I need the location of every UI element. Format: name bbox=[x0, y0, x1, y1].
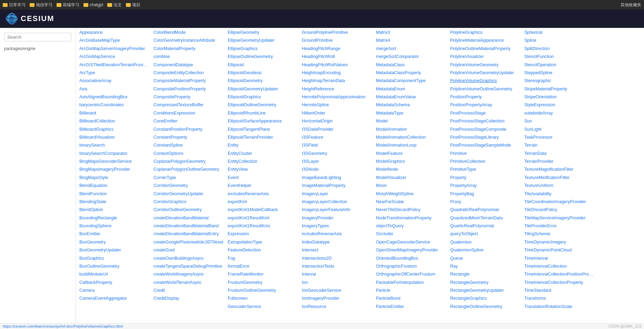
api-link-polylineoutlinematerialproperty[interactable]: PolylineOutlineMaterialProperty bbox=[449, 45, 521, 53]
status-url[interactable]: https://cesium.com/learn/cesiumjs/ref-do… bbox=[3, 324, 123, 328]
api-link-nevertilediscardpolicy[interactable]: NeverTileDiscardPolicy bbox=[375, 206, 447, 214]
search-input[interactable] bbox=[4, 33, 71, 41]
api-link-ellipseoutlinegeometry[interactable]: EllipseOutlineGeometry bbox=[227, 53, 298, 61]
api-link-i3snode[interactable]: I3SNode bbox=[301, 166, 373, 173]
api-link-querytoobject[interactable]: queryToObject bbox=[449, 230, 521, 238]
api-link-ellipsoidsurfaceappearance[interactable]: EllipsoidSurfaceAppearance bbox=[227, 117, 298, 125]
api-link-modelfeature[interactable]: ModelFeature bbox=[375, 150, 447, 158]
api-link-positionproperty[interactable]: PositionProperty bbox=[449, 93, 521, 101]
api-link-interval[interactable]: Interval bbox=[301, 270, 373, 278]
api-link-eventhelper[interactable]: EventHelper bbox=[227, 182, 298, 190]
taskbar-item-地信学习[interactable]: 地信学习 bbox=[30, 2, 52, 8]
api-link-spherical[interactable]: Spherical bbox=[524, 29, 595, 37]
api-link-splitdirection[interactable]: SplitDirection bbox=[524, 45, 595, 53]
api-link-compositeproperty[interactable]: CompositeProperty bbox=[153, 93, 224, 101]
api-link-ellipsoidrhumbline[interactable]: EllipsoidRhumbLine bbox=[227, 109, 298, 117]
api-link-appearance[interactable]: Appearance bbox=[79, 29, 150, 37]
api-link-excludesreverseaxis[interactable]: excludesReverseAxis bbox=[227, 190, 298, 198]
taskbar-item-前端学习[interactable]: 前端学习 bbox=[57, 2, 79, 8]
api-link-tileprovidererror[interactable]: TileProviderError bbox=[524, 222, 595, 230]
api-link-particleemitter[interactable]: ParticleEmitter bbox=[375, 303, 447, 311]
api-link-groundpolylineprimitive[interactable]: GroundPolylinePrimitive bbox=[301, 29, 373, 37]
api-link-compressedtexturebuffer[interactable]: CompressedTextureBuffer bbox=[153, 101, 224, 109]
taskbar-item-chatgpt[interactable]: chatgpt bbox=[83, 2, 103, 7]
api-link-tilecoordinatesimageryprovider[interactable]: TileCoordinatesImageryProvider bbox=[524, 198, 595, 206]
api-link-compositeentitycollection[interactable]: CompositeEntityCollection bbox=[153, 69, 224, 77]
api-link-timeintervalcollectionproperty[interactable]: TimeIntervalCollectionProperty bbox=[524, 279, 595, 287]
api-link-ellipsoidgeometry[interactable]: EllipsoidGeometry bbox=[227, 77, 298, 85]
api-link-quaternionspline[interactable]: QuaternionSpline bbox=[449, 246, 521, 254]
api-link-geocoderservice[interactable]: GeocoderService bbox=[227, 303, 298, 311]
api-link-postprocessstagesamplemode[interactable]: PostProcessStageSampleMode bbox=[449, 141, 521, 149]
api-link-postprocessstagecomposite[interactable]: PostProcessStageComposite bbox=[449, 126, 521, 133]
api-link-tileavailability[interactable]: TileAvailability bbox=[524, 190, 595, 198]
api-link-positionpropertyarray[interactable]: PositionPropertyArray bbox=[449, 101, 521, 109]
api-link-orthographicfrustum[interactable]: OrthographicFrustum bbox=[375, 262, 447, 270]
api-link-intersect[interactable]: Intersect bbox=[301, 246, 373, 254]
api-link-textureuniform[interactable]: TextureUniform bbox=[524, 182, 595, 190]
api-link-rectanglegeometryupdater[interactable]: RectangleGeometryUpdater bbox=[449, 287, 521, 295]
api-link-texturemagnificationfilter[interactable]: TextureMagnificationFilter bbox=[524, 166, 595, 173]
api-link-billboardcollection[interactable]: BillboardCollection bbox=[79, 117, 150, 125]
api-link-metadataschema[interactable]: MetadataSchema bbox=[375, 101, 447, 109]
api-link-corridorgeometry[interactable]: CorridorGeometry bbox=[153, 182, 224, 190]
api-link-primitivecollection[interactable]: PrimitiveCollection bbox=[449, 158, 521, 166]
api-link-polylinevolumegeometry[interactable]: PolylineVolumeGeometry bbox=[449, 61, 521, 69]
api-link-morphweightspline[interactable]: MorphWeightSpline bbox=[375, 190, 447, 198]
api-link-quaternion[interactable]: Quaternion bbox=[449, 238, 521, 246]
api-link-contextoptions[interactable]: ContextOptions bbox=[153, 150, 224, 158]
api-link-barycentriccoordinates[interactable]: barycentricCoordinates bbox=[79, 101, 150, 109]
api-link-credit[interactable]: Credit bbox=[153, 287, 224, 295]
api-link-boxemitter[interactable]: BoxEmitter bbox=[79, 230, 150, 238]
api-link-ellipsoidgeometryupdater[interactable]: EllipsoidGeometryUpdater bbox=[227, 85, 298, 93]
api-link-metadatacomponenttype[interactable]: MetadataComponentType bbox=[375, 77, 447, 85]
api-link-createosmbuildingsasync[interactable]: createOsmBuildingsAsync bbox=[153, 255, 224, 262]
api-link-terrain[interactable]: Terrain bbox=[524, 141, 595, 149]
api-link-exportkml1modelcallback[interactable]: exportKml1ModelCallback bbox=[227, 206, 298, 214]
api-link-modelanimation[interactable]: ModelAnimation bbox=[375, 126, 447, 133]
api-link-polylinegraphics[interactable]: PolylineGraphics bbox=[449, 29, 521, 37]
api-link-stencilfunction[interactable]: StencilFunction bbox=[524, 53, 595, 61]
api-link-buildmoduleurl[interactable]: buildModuleUrl bbox=[79, 270, 150, 278]
api-link-postprocessstagelibrary[interactable]: PostProcessStageLibrary bbox=[449, 133, 521, 141]
api-link-horizontalorigin[interactable]: HorizontalOrigin bbox=[301, 117, 373, 125]
api-link-quarticrealpolynomial[interactable]: QuarticRealPolynomial bbox=[449, 222, 521, 230]
api-link-boxgeometry[interactable]: BoxGeometry bbox=[79, 238, 150, 246]
api-link-nearfarscalar[interactable]: NearFarScalar bbox=[375, 198, 447, 206]
api-link-arcgistiledelevationterrainprovider[interactable]: ArcGISTiledElevationTerrainProvider bbox=[79, 61, 150, 69]
api-link-ellipsoid[interactable]: Ellipsoid bbox=[227, 61, 298, 69]
api-link-ionresource[interactable]: IonResource bbox=[301, 303, 373, 311]
api-link-metadatatype[interactable]: MetadataType bbox=[375, 109, 447, 117]
api-link-imagerylayer[interactable]: ImageryLayer bbox=[301, 190, 373, 198]
api-link-polylinevolumegeometryupdater[interactable]: PolylineVolumeGeometryUpdater bbox=[449, 69, 521, 77]
api-link-stripematerialproperty[interactable]: StripeMaterialProperty bbox=[524, 85, 595, 93]
api-link-bingmapsgeocoderservice[interactable]: BingMapsGeocoderService bbox=[79, 158, 150, 166]
api-link-arcgismapserverimageryprovider[interactable]: ArcGisMapServerImageryProvider bbox=[79, 45, 150, 53]
api-link-compositepositionproperty[interactable]: CompositePositionProperty bbox=[153, 85, 224, 93]
api-link-ellipsoidoutlinegeometry[interactable]: EllipsoidOutlineGeometry bbox=[227, 101, 298, 109]
api-link-imageryprovider[interactable]: ImageryProvider bbox=[301, 214, 373, 222]
api-link-imagerytypes[interactable]: ImageryTypes bbox=[301, 222, 373, 230]
api-link-ionimageryprovider[interactable]: IonImageryProvider bbox=[301, 295, 373, 302]
api-link-exportkml[interactable]: exportKml bbox=[227, 198, 298, 206]
api-link-createelevationbandmaterialband[interactable]: createElevationBandMaterialBand bbox=[153, 222, 224, 230]
api-link-rectangleoutlinegeometry[interactable]: RectangleOutlineGeometry bbox=[449, 303, 521, 311]
api-link-entityview[interactable]: EntityView bbox=[227, 166, 298, 173]
api-link-primitive[interactable]: Primitive bbox=[449, 150, 521, 158]
api-link-queue[interactable]: Queue bbox=[449, 255, 521, 262]
taskbar-item-日常学习[interactable]: 日常学习 bbox=[3, 2, 26, 8]
api-link-mergesort[interactable]: mergeSort bbox=[375, 45, 447, 53]
api-link-boundingsphere[interactable]: BoundingSphere bbox=[79, 222, 150, 230]
api-link-propertybag[interactable]: PropertyBag bbox=[449, 190, 521, 198]
api-link-combine[interactable]: combine bbox=[153, 53, 224, 61]
api-link-coplanarpolygonoutlinegeometry[interactable]: CoplanarPolygonOutlineGeometry bbox=[153, 166, 224, 173]
api-link-componentdatatype[interactable]: ComponentDatatype bbox=[153, 61, 224, 69]
api-link-taskprocessor[interactable]: TaskProcessor bbox=[524, 133, 595, 141]
api-link-particleburst[interactable]: ParticleBurst bbox=[375, 295, 447, 302]
api-link-timeinterval[interactable]: TimeInterval bbox=[524, 255, 595, 262]
api-link-arcgismapservice[interactable]: ArcGisMapService bbox=[79, 53, 150, 61]
api-link-tilingscheme[interactable]: TilingScheme bbox=[524, 230, 595, 238]
api-link-orientedboundingbox[interactable]: OrientedBoundingBox bbox=[375, 255, 447, 262]
api-link-hermitepolynomialapproximation[interactable]: HermitePolynomialApproximation bbox=[301, 93, 373, 101]
api-link-i3slayer[interactable]: I3SLayer bbox=[301, 158, 373, 166]
